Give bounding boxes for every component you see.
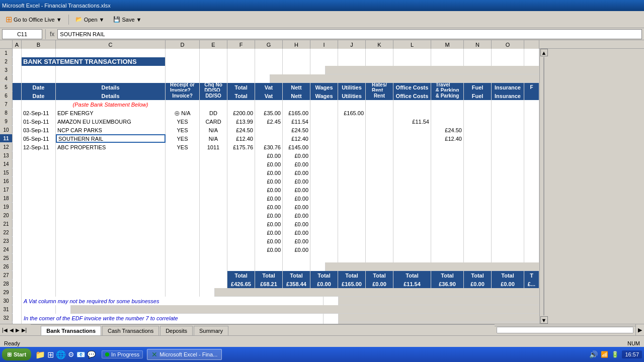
cell-F3[interactable] — [227, 66, 255, 74]
cell-rest1[interactable] — [524, 49, 539, 57]
cell-H12[interactable]: £145.00 — [283, 143, 310, 151]
cell-D5[interactable]: Receipt orInvoice? — [166, 83, 200, 92]
open-button[interactable]: 📂 Open ▼ — [72, 14, 108, 26]
cell-N2[interactable] — [464, 57, 492, 66]
cell-F4[interactable] — [227, 74, 255, 83]
cell-K2[interactable] — [366, 57, 393, 66]
col-header-C[interactable]: C — [56, 40, 166, 49]
cell-L2[interactable] — [393, 57, 431, 66]
sheet-tab-deposits[interactable]: Deposits — [160, 326, 193, 335]
cell-C1[interactable] — [56, 49, 166, 57]
cell-M1[interactable] — [431, 49, 464, 57]
total-label-M[interactable]: Total — [431, 271, 464, 280]
taskbar-icon-app3[interactable]: ⚙ — [68, 350, 74, 358]
start-button[interactable]: ⊞ Start — [2, 348, 31, 360]
taskbar-icon-explorer[interactable]: 📁 — [35, 350, 45, 359]
col-header-A[interactable]: A — [13, 40, 22, 49]
cell-G1[interactable] — [255, 49, 283, 57]
total-val-J[interactable]: £165.00 — [338, 280, 366, 288]
cell-B1[interactable] — [22, 49, 56, 57]
scroll-down-btn[interactable]: ▼ — [540, 316, 548, 324]
cell-M8[interactable] — [431, 109, 464, 117]
cell-N9[interactable] — [464, 117, 492, 126]
cell-J10[interactable] — [338, 126, 366, 134]
h-scroll-thumb[interactable] — [497, 327, 633, 333]
cell-J2[interactable] — [338, 57, 366, 66]
cell-G12[interactable]: £30.76 — [255, 143, 283, 151]
cell-J6[interactable]: Utilities — [338, 92, 366, 100]
cell-F6[interactable]: Total — [227, 92, 255, 100]
cell-H2[interactable] — [283, 57, 310, 66]
cell-B9[interactable]: 01-Sep-11 — [22, 117, 56, 126]
cell-K12[interactable] — [366, 143, 393, 151]
total-val-K[interactable]: £0.00 — [366, 280, 393, 288]
cell-C8[interactable]: EDF ENERGY — [56, 109, 166, 117]
h-scroll-right[interactable]: ▶ — [635, 324, 644, 335]
cell-rest9[interactable] — [524, 117, 539, 126]
cell-J12[interactable] — [338, 143, 366, 151]
cell-I12[interactable] — [310, 143, 338, 151]
cell-J1[interactable] — [338, 49, 366, 57]
cell-A12[interactable] — [13, 143, 22, 151]
cell-I11[interactable] — [310, 134, 338, 143]
col-header-L[interactable]: L — [393, 40, 431, 49]
cell-J8[interactable]: £165.00 — [338, 109, 366, 117]
cell-H7[interactable] — [283, 100, 310, 109]
cell-B12[interactable]: 12-Sep-11 — [22, 143, 56, 151]
cell-G9[interactable]: £2.45 — [255, 117, 283, 126]
cell-D11[interactable]: YES — [166, 134, 200, 143]
cell-B3[interactable] — [22, 66, 56, 74]
cell-rest11[interactable] — [524, 134, 539, 143]
cell-B10[interactable]: 03-Sep-11 — [22, 126, 56, 134]
tab-nav-next[interactable]: ▶ — [16, 327, 20, 333]
cell-H8[interactable]: £165.00 — [283, 109, 310, 117]
cell-I1[interactable] — [310, 49, 338, 57]
in-progress-badge[interactable]: In Progress — [102, 350, 143, 358]
cell-I10[interactable] — [310, 126, 338, 134]
cell-H3[interactable] — [283, 66, 310, 74]
cell-O6[interactable]: Insurance — [492, 92, 524, 100]
cell-D7[interactable] — [166, 100, 200, 109]
cell-rest3[interactable] — [310, 66, 326, 74]
cell-F10[interactable]: £24.50 — [227, 126, 255, 134]
formula-fn-icon[interactable]: fx — [49, 31, 55, 38]
cell-E12[interactable]: 1011 — [200, 143, 227, 151]
total-label-K[interactable]: Total — [366, 271, 393, 280]
cell-G5[interactable]: Vat — [255, 83, 283, 92]
cell-E9[interactable]: CARD — [200, 117, 227, 126]
note-cell-2[interactable]: In the corner of the EDF invoice write t… — [22, 314, 324, 322]
cell-D12[interactable]: YES — [166, 143, 200, 151]
cell-O12[interactable] — [492, 143, 524, 151]
cell-A7[interactable] — [13, 100, 22, 109]
cell-N1[interactable] — [464, 49, 492, 57]
total-val-N[interactable]: £0.00 — [464, 280, 492, 288]
total-label-G[interactable]: Total — [255, 271, 283, 280]
cell-D6[interactable]: Invoice? — [166, 92, 200, 100]
cell-D1[interactable] — [166, 49, 200, 57]
cell-M2[interactable] — [431, 57, 464, 66]
cell-K8[interactable] — [366, 109, 393, 117]
cell-H5[interactable]: Nett — [283, 83, 310, 92]
cell-M11[interactable]: £12.40 — [431, 134, 464, 143]
cell-L1[interactable] — [393, 49, 431, 57]
taskbar-icon-app2[interactable]: 🌐 — [56, 350, 66, 359]
scroll-up-btn[interactable]: ▲ — [540, 49, 548, 56]
sheet-tab-bank-transactions[interactable]: Bank Transactions — [41, 326, 101, 335]
cell-O7[interactable] — [492, 100, 524, 109]
cell-D9[interactable]: YES — [166, 117, 200, 126]
col-header-F[interactable]: F — [227, 40, 255, 49]
cell-J5[interactable]: Utilities — [338, 83, 366, 92]
col-header-O[interactable]: O — [492, 40, 524, 49]
cell-E5[interactable]: Chq NoDD/SO — [200, 83, 227, 92]
cell-A4[interactable] — [13, 74, 22, 83]
tab-nav-last[interactable]: ▶| — [22, 327, 27, 333]
tab-nav-prev[interactable]: ◀ — [10, 327, 14, 333]
sheet-tab-cash-transactions[interactable]: Cash Transactions — [102, 326, 159, 335]
cell-L8[interactable] — [393, 109, 431, 117]
cell-rest12[interactable] — [524, 143, 539, 151]
col-header-I[interactable]: I — [310, 40, 338, 49]
col-header-B[interactable]: B — [22, 40, 56, 49]
total-val-H[interactable]: £358.44 — [283, 280, 310, 288]
cell-L12[interactable] — [393, 143, 431, 151]
cell-G6[interactable]: Vat — [255, 92, 283, 100]
